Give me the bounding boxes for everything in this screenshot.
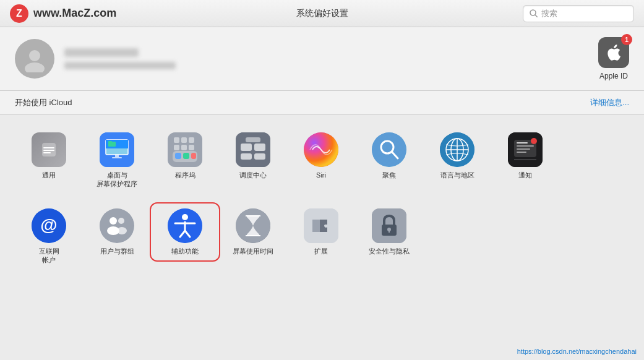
svg-rect-7 bbox=[43, 152, 51, 153]
svg-rect-14 bbox=[112, 157, 122, 158]
svg-rect-21 bbox=[181, 137, 187, 143]
svg-rect-43 bbox=[517, 142, 528, 144]
icon-spotlight[interactable]: 聚焦 bbox=[355, 127, 423, 184]
svg-rect-69 bbox=[389, 229, 390, 233]
icloud-banner: 开始使用 iCloud 详细信息... bbox=[0, 91, 644, 115]
bottom-watermark: https://blog.csdn.net/macxingchendahai bbox=[517, 348, 637, 355]
language-icon-img bbox=[440, 132, 474, 167]
spotlight-label: 聚焦 bbox=[382, 171, 396, 179]
avatar bbox=[15, 39, 54, 79]
svg-point-52 bbox=[109, 217, 117, 225]
svg-point-2 bbox=[29, 50, 40, 61]
dock-label: 程序坞 bbox=[175, 171, 195, 179]
apple-id-section[interactable]: 1 Apple ID bbox=[598, 37, 629, 80]
svg-rect-30 bbox=[254, 153, 265, 160]
general-label: 通用 bbox=[42, 171, 56, 179]
extensions-label: 扩展 bbox=[314, 247, 328, 255]
svg-rect-17 bbox=[175, 153, 181, 159]
svg-point-3 bbox=[25, 62, 45, 72]
svg-rect-46 bbox=[517, 152, 526, 153]
user-name-blurred bbox=[64, 48, 139, 57]
screentime-label: 屏幕使用时间 bbox=[233, 247, 273, 255]
dock-icon-img bbox=[168, 132, 202, 167]
icloud-details-link[interactable]: 详细信息... bbox=[590, 97, 629, 108]
icons-section: 通用 bbox=[0, 115, 644, 360]
icon-extensions[interactable]: 扩展 bbox=[287, 204, 355, 260]
svg-point-57 bbox=[182, 214, 188, 220]
users-label: 用户与群组 bbox=[100, 247, 134, 255]
svg-rect-25 bbox=[189, 145, 194, 150]
internet-label: 互联网 帐户 bbox=[39, 247, 59, 265]
svg-rect-6 bbox=[43, 150, 54, 151]
window-title: 系统偏好设置 bbox=[296, 8, 348, 19]
security-icon-img bbox=[372, 208, 406, 243]
svg-point-47 bbox=[531, 138, 537, 144]
watermark-text: www.MacZ.com bbox=[33, 7, 116, 20]
search-icon bbox=[530, 9, 538, 17]
icons-row-2: @ 互联网 帐户 用户与群组 bbox=[15, 204, 629, 270]
profile-section: 1 Apple ID bbox=[0, 27, 644, 91]
siri-icon-img bbox=[304, 132, 338, 167]
user-email-blurred bbox=[64, 62, 176, 69]
users-icon-img bbox=[100, 208, 134, 243]
icon-security[interactable]: 安全性与隐私 bbox=[355, 204, 423, 260]
icons-row-1: 通用 bbox=[15, 127, 629, 194]
title-bar-left: Z www.MacZ.com bbox=[10, 4, 116, 23]
mission-label: 调度中心 bbox=[239, 171, 267, 179]
screentime-icon-img bbox=[236, 208, 270, 243]
siri-label: Siri bbox=[316, 171, 326, 179]
mission-icon-img bbox=[236, 132, 270, 167]
search-box[interactable]: 搜索 bbox=[523, 5, 634, 22]
icon-siri[interactable]: Siri bbox=[287, 127, 355, 184]
notification-label: 通知 bbox=[518, 171, 532, 179]
apple-id-label: Apple ID bbox=[599, 72, 628, 80]
user-info bbox=[64, 48, 176, 69]
svg-text:@: @ bbox=[40, 215, 57, 234]
icon-dock[interactable]: 程序坞 bbox=[151, 127, 219, 184]
icon-accessibility[interactable]: 辅助功能 bbox=[151, 204, 219, 260]
profile-left bbox=[15, 39, 176, 79]
internet-icon-img: @ bbox=[32, 208, 66, 243]
svg-rect-19 bbox=[191, 153, 196, 159]
icon-users[interactable]: 用户与群组 bbox=[83, 204, 151, 260]
svg-point-62 bbox=[236, 208, 270, 243]
icon-language[interactable]: 语言与地区 bbox=[423, 127, 491, 184]
search-placeholder: 搜索 bbox=[541, 8, 557, 19]
notification-badge: 1 bbox=[621, 34, 632, 45]
desktop-icon-img bbox=[100, 132, 134, 167]
svg-point-33 bbox=[372, 132, 406, 167]
svg-rect-29 bbox=[241, 153, 252, 160]
svg-rect-31 bbox=[246, 137, 260, 142]
svg-point-55 bbox=[117, 227, 127, 234]
svg-rect-11 bbox=[108, 142, 116, 147]
general-icon-img bbox=[32, 132, 66, 167]
svg-rect-22 bbox=[189, 137, 194, 143]
icon-internet[interactable]: @ 互联网 帐户 bbox=[15, 204, 83, 270]
svg-rect-20 bbox=[174, 137, 179, 143]
security-label: 安全性与隐私 bbox=[369, 247, 410, 255]
svg-rect-28 bbox=[254, 144, 265, 151]
svg-rect-27 bbox=[241, 144, 252, 151]
icon-notification[interactable]: 通知 bbox=[491, 127, 559, 184]
svg-point-51 bbox=[100, 208, 134, 243]
svg-rect-44 bbox=[517, 145, 534, 147]
title-bar: Z www.MacZ.com 系统偏好设置 搜索 bbox=[0, 0, 644, 27]
svg-rect-12 bbox=[108, 141, 112, 142]
notification-icon-img bbox=[508, 132, 543, 167]
svg-rect-13 bbox=[115, 155, 119, 157]
language-label: 语言与地区 bbox=[440, 171, 474, 179]
svg-rect-23 bbox=[174, 145, 179, 150]
svg-rect-45 bbox=[517, 148, 530, 150]
svg-rect-5 bbox=[43, 147, 54, 148]
accessibility-icon-img bbox=[168, 208, 202, 243]
svg-line-1 bbox=[535, 15, 538, 17]
icon-desktop[interactable]: 桌面与 屏幕保护程序 bbox=[83, 127, 151, 194]
accessibility-label: 辅助功能 bbox=[171, 247, 199, 255]
svg-rect-18 bbox=[183, 153, 189, 159]
svg-rect-24 bbox=[181, 145, 187, 150]
icon-screentime[interactable]: 屏幕使用时间 bbox=[219, 204, 287, 260]
icon-general[interactable]: 通用 bbox=[15, 127, 83, 184]
apple-id-icon-container: 1 bbox=[598, 37, 629, 68]
icloud-banner-text: 开始使用 iCloud bbox=[15, 97, 72, 108]
icon-mission[interactable]: 调度中心 bbox=[219, 127, 287, 184]
